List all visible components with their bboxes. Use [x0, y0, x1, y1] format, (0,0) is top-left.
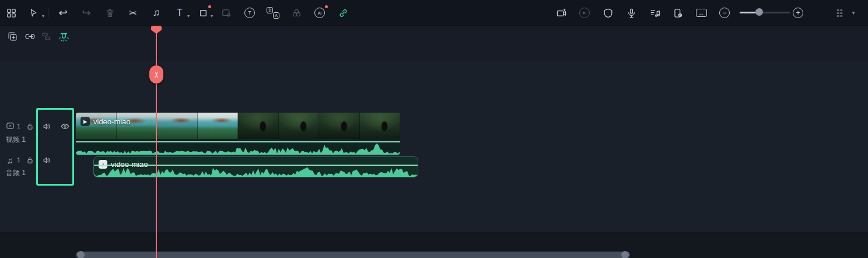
- speaker-icon: [42, 155, 52, 165]
- text-tool-button[interactable]: T ▾: [173, 6, 186, 19]
- cursor-icon: [28, 8, 39, 19]
- mixer-icon: [649, 8, 660, 19]
- audio-track-icon: ♫: [6, 155, 13, 165]
- split-button[interactable]: ✂: [127, 6, 139, 19]
- color-blend-button[interactable]: [290, 6, 303, 19]
- mask-icon: [221, 8, 232, 19]
- video-editor-timeline: ▾ ↩ ↪ ✂ ♫ T ▾ ▾ T 文 A: [0, 0, 868, 258]
- scrollbar-right-handle[interactable]: [621, 251, 629, 258]
- link-icon: [338, 8, 349, 19]
- boundary-protect-button[interactable]: [601, 6, 614, 19]
- detach-icon: [41, 31, 52, 42]
- screen-record-button[interactable]: [555, 6, 568, 19]
- notification-dot: [325, 5, 328, 8]
- audio-track-mute-button[interactable]: [41, 155, 52, 165]
- render-preview-button[interactable]: ▶: [578, 6, 591, 19]
- top-toolbar: ▾ ↩ ↪ ✂ ♫ T ▾ ▾ T 文 A: [0, 0, 868, 26]
- select-tool-button[interactable]: ▾: [27, 6, 40, 19]
- speaker-icon: [42, 121, 52, 131]
- plus-circle-icon: +: [793, 8, 803, 18]
- video-waveform: [76, 143, 400, 155]
- thumbnail: [238, 113, 279, 139]
- speech-to-text-button[interactable]: T: [243, 6, 256, 19]
- scrollbar-left-handle[interactable]: [77, 251, 85, 258]
- copy-clip-button[interactable]: [6, 30, 19, 43]
- video-track-lock-button[interactable]: [25, 121, 34, 131]
- track-layout-button[interactable]: [833, 6, 846, 19]
- audio-track-count: 1: [17, 156, 20, 163]
- thumbnail: [319, 113, 360, 139]
- record-camera-icon: [556, 8, 567, 19]
- audio-track-type: ♫: [5, 155, 15, 165]
- speech-to-text-icon: T: [244, 8, 255, 18]
- thumbnail: [279, 113, 320, 139]
- zoom-in-button[interactable]: +: [792, 6, 804, 19]
- video-clip-name: video-miao: [93, 117, 131, 126]
- zoom-slider-handle[interactable]: [755, 8, 763, 16]
- microphone-icon: [626, 8, 637, 19]
- volume-line: [76, 141, 400, 142]
- shield-icon: [603, 8, 614, 19]
- layout-caret-button[interactable]: ▾: [847, 6, 860, 19]
- playhead-scissors-button[interactable]: ✂: [149, 65, 163, 83]
- volume-line: [94, 165, 418, 166]
- text-tool-label: T: [177, 8, 183, 18]
- timeline-toolbar: :00:0000:00:04:2500:00:09:2000:00:14:150…: [0, 26, 868, 61]
- notification-dot: [208, 5, 211, 8]
- audio-mixer-button[interactable]: [648, 6, 661, 19]
- timeline-bottom-bar: [0, 232, 868, 258]
- attach-link-icon: [24, 31, 36, 42]
- device-preview-button[interactable]: [671, 6, 684, 19]
- play-circle-icon: ▶: [579, 8, 590, 18]
- caret-down-icon: ▾: [211, 13, 213, 19]
- smart-link-button[interactable]: [337, 6, 349, 19]
- caret-down-icon: ▾: [187, 13, 190, 19]
- video-clip[interactable]: ▶ video-miao: [76, 113, 400, 155]
- timeline-scrollbar[interactable]: [76, 252, 630, 258]
- audio-beat-button[interactable]: ♫: [150, 6, 163, 19]
- crop-tool-button[interactable]: ▾: [197, 6, 209, 19]
- video-track-icon: [5, 121, 15, 130]
- minus-circle-icon: −: [719, 8, 730, 18]
- media-library-button[interactable]: [5, 6, 18, 19]
- ai-audio-icon: AI: [314, 8, 325, 18]
- zoom-out-button[interactable]: −: [718, 6, 731, 19]
- fit-timeline-button[interactable]: ↔: [695, 6, 708, 19]
- video-track-type: [5, 121, 15, 130]
- thumbnail: [360, 113, 401, 139]
- translate-cn-icon: 文: [267, 7, 273, 13]
- ai-audio-button[interactable]: AI: [313, 6, 326, 19]
- blend-circles-icon: [291, 8, 302, 19]
- snap-toggle-button[interactable]: [57, 30, 70, 43]
- track-area: 1 视频 1 ♫ 1 音频 1: [0, 61, 868, 232]
- translate-en-icon: A: [273, 12, 279, 19]
- audio-track-label: 音频 1: [6, 168, 26, 178]
- magnet-icon: [58, 31, 69, 42]
- thumbnail: [157, 113, 198, 139]
- voiceover-button[interactable]: [625, 6, 638, 19]
- redo-button[interactable]: ↪: [80, 6, 93, 19]
- video-track-mute-button[interactable]: [41, 121, 52, 131]
- lock-open-icon: [26, 122, 34, 131]
- crop-icon: [198, 8, 209, 19]
- video-track-label: 视频 1: [6, 135, 26, 145]
- layout-columns-icon: [834, 8, 845, 19]
- thumbnail: [198, 113, 239, 139]
- translate-button[interactable]: 文 A: [267, 6, 279, 19]
- audio-track-lock-button[interactable]: [25, 155, 34, 165]
- caret-down-icon: ▾: [42, 13, 44, 19]
- copy-plus-icon: [7, 31, 18, 42]
- scissors-icon: ✂: [152, 71, 161, 78]
- stt-letter: T: [248, 10, 251, 16]
- mask-tool-button[interactable]: [220, 6, 233, 19]
- attach-clip-button[interactable]: [23, 30, 36, 43]
- timeline-zoom-slider[interactable]: [740, 12, 790, 13]
- video-track-count: 1: [17, 123, 20, 130]
- delete-button[interactable]: [103, 6, 116, 19]
- detach-clip-button[interactable]: [40, 30, 52, 43]
- video-track-visibility-button[interactable]: [60, 121, 70, 131]
- audio-clip[interactable]: ♪ video-miao: [93, 156, 418, 177]
- lock-open-icon: [26, 156, 34, 165]
- fit-width-icon: ↔: [696, 9, 707, 17]
- undo-button[interactable]: ↩: [57, 6, 69, 19]
